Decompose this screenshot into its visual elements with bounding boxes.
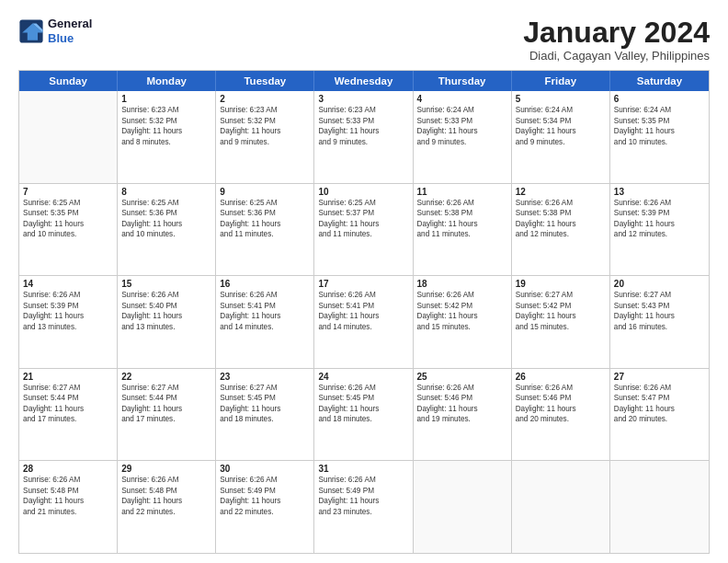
calendar-row-3: 21Sunrise: 6:27 AM Sunset: 5:44 PM Dayli… — [19, 369, 709, 462]
day-number: 24 — [318, 372, 408, 382]
calendar-cell: 25Sunrise: 6:26 AM Sunset: 5:46 PM Dayli… — [414, 369, 512, 461]
day-number: 30 — [220, 464, 310, 474]
calendar-cell — [610, 461, 709, 553]
logo-line1: General — [48, 17, 92, 31]
day-number: 28 — [23, 464, 113, 474]
calendar-cell: 11Sunrise: 6:26 AM Sunset: 5:38 PM Dayli… — [414, 184, 512, 276]
day-info: Sunrise: 6:25 AM Sunset: 5:35 PM Dayligh… — [23, 198, 113, 240]
calendar-cell: 16Sunrise: 6:26 AM Sunset: 5:41 PM Dayli… — [216, 276, 314, 368]
day-info: Sunrise: 6:27 AM Sunset: 5:42 PM Dayligh… — [516, 290, 606, 332]
day-number: 17 — [318, 279, 408, 289]
calendar-cell: 30Sunrise: 6:26 AM Sunset: 5:49 PM Dayli… — [216, 461, 314, 553]
day-number: 11 — [417, 187, 507, 197]
day-info: Sunrise: 6:26 AM Sunset: 5:39 PM Dayligh… — [614, 198, 705, 240]
day-info: Sunrise: 6:26 AM Sunset: 5:38 PM Dayligh… — [417, 198, 507, 240]
day-number: 9 — [220, 187, 310, 197]
day-info: Sunrise: 6:25 AM Sunset: 5:36 PM Dayligh… — [220, 198, 310, 240]
calendar-row-2: 14Sunrise: 6:26 AM Sunset: 5:39 PM Dayli… — [19, 276, 709, 369]
day-info: Sunrise: 6:23 AM Sunset: 5:32 PM Dayligh… — [121, 105, 211, 147]
calendar-row-0: 1Sunrise: 6:23 AM Sunset: 5:32 PM Daylig… — [19, 91, 709, 184]
calendar-cell: 27Sunrise: 6:26 AM Sunset: 5:47 PM Dayli… — [610, 369, 709, 461]
calendar-cell: 19Sunrise: 6:27 AM Sunset: 5:42 PM Dayli… — [512, 276, 610, 368]
header-day-monday: Monday — [118, 71, 216, 91]
day-number: 7 — [23, 187, 113, 197]
day-number: 12 — [516, 187, 606, 197]
day-info: Sunrise: 6:26 AM Sunset: 5:45 PM Dayligh… — [318, 383, 408, 425]
header-day-tuesday: Tuesday — [216, 71, 314, 91]
calendar-cell: 28Sunrise: 6:26 AM Sunset: 5:48 PM Dayli… — [19, 461, 118, 553]
calendar-row-4: 28Sunrise: 6:26 AM Sunset: 5:48 PM Dayli… — [19, 461, 709, 553]
day-info: Sunrise: 6:26 AM Sunset: 5:38 PM Dayligh… — [516, 198, 606, 240]
day-number: 15 — [121, 279, 211, 289]
day-number: 5 — [516, 94, 606, 104]
calendar-cell — [19, 91, 118, 183]
day-number: 25 — [417, 372, 507, 382]
day-info: Sunrise: 6:26 AM Sunset: 5:48 PM Dayligh… — [23, 475, 113, 517]
calendar-body: 1Sunrise: 6:23 AM Sunset: 5:32 PM Daylig… — [19, 91, 709, 553]
day-number: 3 — [318, 94, 408, 104]
calendar-cell: 26Sunrise: 6:26 AM Sunset: 5:46 PM Dayli… — [512, 369, 610, 461]
day-number: 19 — [516, 279, 606, 289]
day-number: 26 — [516, 372, 606, 382]
logo-line2: Blue — [48, 31, 92, 46]
header-day-sunday: Sunday — [19, 71, 118, 91]
calendar-cell: 7Sunrise: 6:25 AM Sunset: 5:35 PM Daylig… — [19, 184, 118, 276]
calendar-cell: 9Sunrise: 6:25 AM Sunset: 5:36 PM Daylig… — [216, 184, 314, 276]
header-day-thursday: Thursday — [414, 71, 512, 91]
calendar-cell: 8Sunrise: 6:25 AM Sunset: 5:36 PM Daylig… — [118, 184, 216, 276]
day-number: 4 — [417, 94, 507, 104]
calendar-cell: 21Sunrise: 6:27 AM Sunset: 5:44 PM Dayli… — [19, 369, 118, 461]
day-number: 20 — [614, 279, 705, 289]
calendar-cell: 2Sunrise: 6:23 AM Sunset: 5:32 PM Daylig… — [216, 91, 314, 183]
calendar-cell: 31Sunrise: 6:26 AM Sunset: 5:49 PM Dayli… — [314, 461, 413, 553]
page: General Blue January 2024 Diadi, Cagayan… — [0, 0, 728, 563]
day-info: Sunrise: 6:26 AM Sunset: 5:40 PM Dayligh… — [121, 290, 211, 332]
day-number: 21 — [23, 372, 113, 382]
calendar-cell: 17Sunrise: 6:26 AM Sunset: 5:41 PM Dayli… — [314, 276, 413, 368]
calendar-cell: 20Sunrise: 6:27 AM Sunset: 5:43 PM Dayli… — [610, 276, 709, 368]
calendar-cell: 1Sunrise: 6:23 AM Sunset: 5:32 PM Daylig… — [118, 91, 216, 183]
day-info: Sunrise: 6:27 AM Sunset: 5:43 PM Dayligh… — [614, 290, 705, 332]
calendar-cell: 4Sunrise: 6:24 AM Sunset: 5:33 PM Daylig… — [414, 91, 512, 183]
day-info: Sunrise: 6:23 AM Sunset: 5:32 PM Dayligh… — [220, 105, 310, 147]
calendar-cell: 29Sunrise: 6:26 AM Sunset: 5:48 PM Dayli… — [118, 461, 216, 553]
day-number: 13 — [614, 187, 705, 197]
header-day-friday: Friday — [512, 71, 610, 91]
day-info: Sunrise: 6:24 AM Sunset: 5:33 PM Dayligh… — [417, 105, 507, 147]
day-number: 16 — [220, 279, 310, 289]
calendar-cell: 22Sunrise: 6:27 AM Sunset: 5:44 PM Dayli… — [118, 369, 216, 461]
calendar-cell: 24Sunrise: 6:26 AM Sunset: 5:45 PM Dayli… — [314, 369, 413, 461]
header-day-wednesday: Wednesday — [314, 71, 413, 91]
day-number: 8 — [121, 187, 211, 197]
day-info: Sunrise: 6:26 AM Sunset: 5:48 PM Dayligh… — [121, 475, 211, 517]
day-info: Sunrise: 6:26 AM Sunset: 5:39 PM Dayligh… — [23, 290, 113, 332]
day-number: 14 — [23, 279, 113, 289]
calendar-cell: 6Sunrise: 6:24 AM Sunset: 5:35 PM Daylig… — [610, 91, 709, 183]
calendar-cell: 18Sunrise: 6:26 AM Sunset: 5:42 PM Dayli… — [414, 276, 512, 368]
calendar-cell: 10Sunrise: 6:25 AM Sunset: 5:37 PM Dayli… — [314, 184, 413, 276]
day-info: Sunrise: 6:26 AM Sunset: 5:47 PM Dayligh… — [614, 383, 705, 425]
day-number: 31 — [318, 464, 408, 474]
day-info: Sunrise: 6:24 AM Sunset: 5:34 PM Dayligh… — [516, 105, 606, 147]
title-block: January 2024 Diadi, Cagayan Valley, Phil… — [523, 17, 710, 63]
day-info: Sunrise: 6:26 AM Sunset: 5:46 PM Dayligh… — [417, 383, 507, 425]
day-number: 29 — [121, 464, 211, 474]
title-month: January 2024 — [523, 17, 710, 49]
calendar-cell: 15Sunrise: 6:26 AM Sunset: 5:40 PM Dayli… — [118, 276, 216, 368]
day-info: Sunrise: 6:26 AM Sunset: 5:41 PM Dayligh… — [220, 290, 310, 332]
calendar-cell: 13Sunrise: 6:26 AM Sunset: 5:39 PM Dayli… — [610, 184, 709, 276]
calendar-cell: 5Sunrise: 6:24 AM Sunset: 5:34 PM Daylig… — [512, 91, 610, 183]
day-number: 18 — [417, 279, 507, 289]
day-info: Sunrise: 6:26 AM Sunset: 5:49 PM Dayligh… — [220, 475, 310, 517]
calendar-row-1: 7Sunrise: 6:25 AM Sunset: 5:35 PM Daylig… — [19, 184, 709, 277]
day-number: 6 — [614, 94, 705, 104]
day-info: Sunrise: 6:25 AM Sunset: 5:36 PM Dayligh… — [121, 198, 211, 240]
calendar-header: SundayMondayTuesdayWednesdayThursdayFrid… — [19, 71, 709, 91]
day-info: Sunrise: 6:26 AM Sunset: 5:46 PM Dayligh… — [516, 383, 606, 425]
title-location: Diadi, Cagayan Valley, Philippines — [523, 49, 710, 63]
day-info: Sunrise: 6:27 AM Sunset: 5:44 PM Dayligh… — [23, 383, 113, 425]
day-number: 27 — [614, 372, 705, 382]
header-day-saturday: Saturday — [610, 71, 709, 91]
calendar-cell — [512, 461, 610, 553]
day-number: 22 — [121, 372, 211, 382]
